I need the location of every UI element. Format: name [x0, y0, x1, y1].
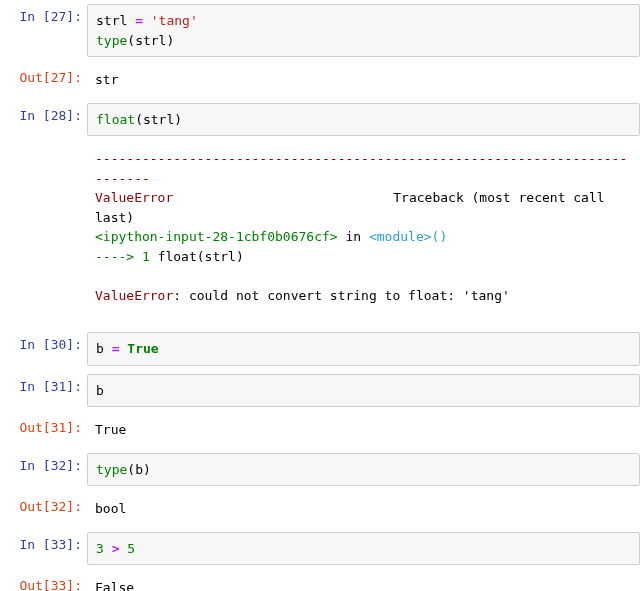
op-assign: =: [135, 13, 143, 28]
cell-28-input: In [28]: float(strl): [0, 99, 640, 141]
in-prompt-30: In [30]:: [0, 332, 87, 357]
empty-prompt: [0, 144, 87, 154]
keyword-true: True: [127, 341, 158, 356]
cell-31-input: In [31]: b: [0, 370, 640, 412]
code-input-32[interactable]: type(b): [87, 453, 640, 487]
cell-31-output: Out[31]: True: [0, 411, 640, 449]
cell-33-output: Out[33]: False: [0, 569, 640, 591]
cell-32-output: Out[32]: bool: [0, 490, 640, 528]
code-text: strl: [96, 13, 135, 28]
out-prompt-32: Out[32]:: [0, 494, 87, 519]
in-prompt-32: In [32]:: [0, 453, 87, 478]
output-text-33: False: [87, 573, 640, 591]
cell-28-traceback: ----------------------------------------…: [0, 140, 640, 314]
cell-27-output: Out[27]: str: [0, 61, 640, 99]
traceback-arrow: ----> 1: [95, 249, 158, 264]
num-left: 3: [96, 541, 112, 556]
traceback-output: ----------------------------------------…: [87, 144, 640, 310]
code-input-27[interactable]: strl = 'tang' type(strl): [87, 4, 640, 57]
out-prompt-33: Out[33]:: [0, 573, 87, 591]
cell-32-input: In [32]: type(b): [0, 449, 640, 491]
traceback-module: <module>: [369, 229, 432, 244]
code-text: b: [96, 383, 104, 398]
traceback-final-errname: ValueError: [95, 288, 173, 303]
traceback-file: <ipython-input-28-1cbf0b0676cf>: [95, 229, 338, 244]
code-var: b: [96, 341, 112, 356]
code-input-30[interactable]: b = True: [87, 332, 640, 366]
output-text-31: True: [87, 415, 640, 445]
output-text-32: bool: [87, 494, 640, 524]
traceback-final-msg: : could not convert string to float: 'ta…: [173, 288, 510, 303]
in-prompt-33: In [33]:: [0, 532, 87, 557]
cell-27-input: In [27]: strl = 'tang' type(strl): [0, 0, 640, 61]
builtin-type: type: [96, 33, 127, 48]
paren-arg: (strl): [135, 112, 182, 127]
code-input-31[interactable]: b: [87, 374, 640, 408]
string-literal: 'tang': [143, 13, 198, 28]
in-prompt-31: In [31]:: [0, 374, 87, 399]
out-prompt-27: Out[27]:: [0, 65, 87, 90]
traceback-hr: ----------------------------------------…: [95, 151, 627, 186]
out-prompt-31: Out[31]:: [0, 415, 87, 440]
traceback-call-fn: float: [158, 249, 197, 264]
traceback-call-arg: (strl): [197, 249, 244, 264]
paren-arg: (strl): [127, 33, 174, 48]
traceback-errname: ValueError: [95, 190, 173, 205]
paren-arg: (b): [127, 462, 150, 477]
output-text-27: str: [87, 65, 640, 95]
cell-30-input: In [30]: b = True: [0, 328, 640, 370]
builtin-type: type: [96, 462, 127, 477]
code-input-33[interactable]: 3 > 5: [87, 532, 640, 566]
code-input-28[interactable]: float(strl): [87, 103, 640, 137]
cell-33-input: In [33]: 3 > 5: [0, 528, 640, 570]
builtin-float: float: [96, 112, 135, 127]
traceback-parens: (): [432, 229, 448, 244]
traceback-in-word: in: [338, 229, 369, 244]
in-prompt-27: In [27]:: [0, 4, 87, 29]
in-prompt-28: In [28]:: [0, 103, 87, 128]
num-right: 5: [119, 541, 135, 556]
